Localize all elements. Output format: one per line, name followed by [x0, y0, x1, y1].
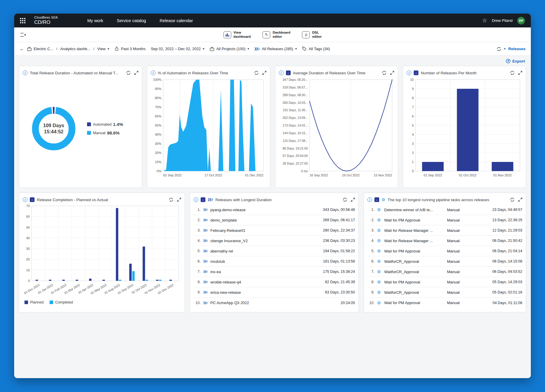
projects-filter-value: All Projects (100) — [216, 47, 246, 51]
widget-header: i ↓ Releases with Longest Duration — [194, 196, 355, 204]
refresh-icon[interactable] — [126, 70, 131, 75]
drilldown-icon[interactable]: ↓ — [414, 70, 418, 75]
nav-my-work[interactable]: My work — [87, 18, 103, 23]
favorites-star-icon[interactable]: ☆ — [482, 18, 487, 23]
drilldown-icon[interactable]: ↓ — [30, 197, 35, 202]
dashboard-editor-button[interactable]: ✎ Dashboardeditor — [263, 31, 290, 39]
breadcrumb[interactable]: Electric C... / Analytics dashb... / Vie… — [27, 47, 109, 51]
item-name: WaitforCR_Approval — [384, 259, 447, 264]
primary-nav: My work Service catalog Release calendar — [87, 18, 193, 23]
svg-text:5: 5 — [412, 124, 414, 127]
donut-total-days: 109 Days — [43, 122, 64, 129]
svg-text:0: 0 — [28, 279, 30, 283]
info-icon[interactable]: i — [23, 70, 27, 75]
expand-icon[interactable] — [134, 71, 138, 75]
context-selector-releases[interactable]: Releases — [508, 47, 526, 51]
release-row[interactable]: 5.abernathy-rel194 Days, 01:58:22 — [194, 246, 355, 256]
legend-label: Planned — [30, 300, 44, 304]
expand-icon[interactable] — [351, 198, 355, 202]
refresh-icon[interactable] — [382, 70, 387, 75]
date-range-filter[interactable]: Sep 02, 2022 – Dec 02, 2022 ▾ — [151, 47, 204, 51]
task-row[interactable]: 10.⚙Wait for PM ApprovalManual04 Days, 0… — [367, 298, 522, 308]
release-row[interactable]: 7.ins-ea175 Days, 15:38:24 — [194, 267, 355, 277]
refresh-icon[interactable] — [510, 197, 515, 202]
releases-filter[interactable]: All Releases (285) ▾ — [254, 47, 297, 51]
task-row[interactable]: 1.⚙Determine winner of A/B te...Manual23… — [367, 205, 522, 215]
user-avatar[interactable]: DP — [517, 17, 525, 24]
item-duration: 13 Days, 22:38:25 — [478, 218, 522, 222]
refresh-icon[interactable] — [497, 47, 501, 51]
widget-header: i % of Automation in Releases Over Time — [151, 69, 266, 77]
briefcase-icon — [27, 47, 32, 51]
user-name[interactable]: Drew Piland — [492, 18, 513, 23]
refresh-icon[interactable] — [169, 197, 174, 202]
button-label-line1: Dashboard — [273, 31, 290, 34]
nav-service-catalog[interactable]: Service catalog — [117, 18, 146, 23]
task-row[interactable]: 5.⚙Wait for PM ApprovalManual06 Days, 21… — [367, 246, 522, 256]
info-icon[interactable]: i — [279, 70, 284, 75]
drilldown-icon[interactable]: ↓ — [286, 70, 291, 75]
info-icon[interactable]: i — [151, 70, 156, 75]
refresh-icon[interactable] — [254, 70, 259, 75]
release-row[interactable]: 4.cbenge Insurance_V2236 Days, 03:30:23 — [194, 236, 355, 246]
rank-number: 1. — [367, 208, 374, 212]
task-row[interactable]: 4.⚙Wait for Release Manager ...Manual06 … — [367, 236, 522, 246]
task-row[interactable]: 9.⚙WaitforCR_ApprovalManual05 Days, 02:0… — [367, 287, 522, 298]
task-row[interactable]: 8.⚙Wait for PM ApprovalManual05 Days, 14… — [367, 277, 522, 287]
dsl-editor-button[interactable]: { } DSLeditor — [302, 31, 322, 39]
expand-icon[interactable] — [518, 198, 522, 202]
item-name: PC AcmeApp Q3 2022 — [210, 301, 311, 305]
release-row[interactable]: 3.February-Release01260 Days, 22:34:37 — [194, 225, 355, 236]
projects-filter[interactable]: All Projects (100) ▾ — [210, 47, 249, 51]
area-chart-svg: 0%10%20%30%40%50%60%70%80%90%100%02 Sep … — [151, 77, 266, 181]
release-row[interactable]: 6.mcdstub181 Days, 01:13:58 — [194, 256, 355, 267]
nav-release-calendar[interactable]: Release calendar — [160, 18, 193, 23]
info-icon[interactable]: i — [407, 70, 411, 75]
drilldown-icon[interactable]: ↓ — [201, 197, 205, 202]
expand-icon[interactable] — [518, 71, 522, 75]
task-type: Manual — [447, 259, 478, 264]
expand-icon[interactable] — [262, 71, 266, 75]
app-grid-icon[interactable] — [20, 18, 25, 23]
export-button[interactable]: Export — [506, 59, 525, 63]
release-row[interactable]: 9.erica-new-release63 Days, 23:30:50 — [194, 287, 355, 298]
info-icon[interactable]: i — [23, 197, 27, 202]
widget-automation-over-time: i % of Automation in Releases Over Time … — [147, 66, 270, 188]
brand[interactable]: CloudBees SDA CD/RO — [34, 16, 58, 25]
item-duration: 05 Days, 14:29:03 — [478, 280, 522, 284]
task-gear-icon: ⚙ — [377, 290, 384, 294]
release-row[interactable]: 8.wroble-release-q482 Days, 21:45:39 — [194, 277, 355, 287]
rank-number: 3. — [367, 228, 374, 232]
expand-icon[interactable] — [390, 71, 394, 75]
refresh-icon[interactable] — [510, 70, 515, 75]
svg-text:260 Days, 10:03...: 260 Days, 10:03... — [282, 101, 307, 104]
widget-header: i ↓ Average Duration of Releases Over Ti… — [279, 69, 395, 77]
item-duration: 06 Days, 04:03:52 — [478, 270, 522, 274]
task-row[interactable]: 3.⚙Wait for Release Manager ...Manual12 … — [367, 225, 522, 236]
drilldown-icon[interactable]: ↓ — [374, 197, 379, 202]
item-duration: 260 Days, 22:34:37 — [311, 228, 355, 232]
widget-header: i ↓ Number of Releases Per Month — [407, 69, 522, 77]
release-row[interactable]: 1.pyang-demo-release343 Days, 00:56:46 — [194, 205, 355, 215]
item-name: ins-ea — [210, 270, 311, 274]
release-row[interactable]: 2.demo_template269 Days, 06:41:17 — [194, 215, 355, 225]
refresh-icon[interactable] — [343, 197, 347, 202]
release-row[interactable]: 10.PC AcmeApp Q3 202220:24:05 — [194, 298, 355, 308]
info-icon[interactable]: i — [367, 197, 372, 202]
legend-label: Automated — [93, 122, 112, 127]
expand-sidebar-icon[interactable] — [20, 32, 26, 37]
widget-title: Number of Releases Per Month — [421, 71, 508, 75]
breadcrumb-segment: Analytics dashb... — [60, 47, 90, 51]
info-icon[interactable]: i — [194, 197, 198, 202]
task-row[interactable]: 7.⚙WaitforCR_ApprovalManual06 Days, 04:0… — [367, 267, 522, 277]
back-icon[interactable]: ← — [19, 46, 24, 52]
time-range-filter[interactable]: Past 3 Months — [114, 47, 145, 51]
tags-filter-value: All Tags (34) — [309, 47, 330, 51]
view-dashboard-button[interactable]: Viewdashboard — [223, 31, 251, 39]
task-row[interactable]: 6.⚙WaitforCR_ApprovalManual06 Days, 14:1… — [367, 256, 522, 267]
chevron-down-icon[interactable]: ▾ — [504, 47, 506, 51]
expand-icon[interactable] — [177, 198, 181, 202]
tags-filter[interactable]: All Tags (34) — [302, 47, 330, 51]
task-row[interactable]: 2.⚙Wait for PM ApprovalManual13 Days, 22… — [367, 215, 522, 225]
svg-text:3: 3 — [412, 142, 414, 145]
